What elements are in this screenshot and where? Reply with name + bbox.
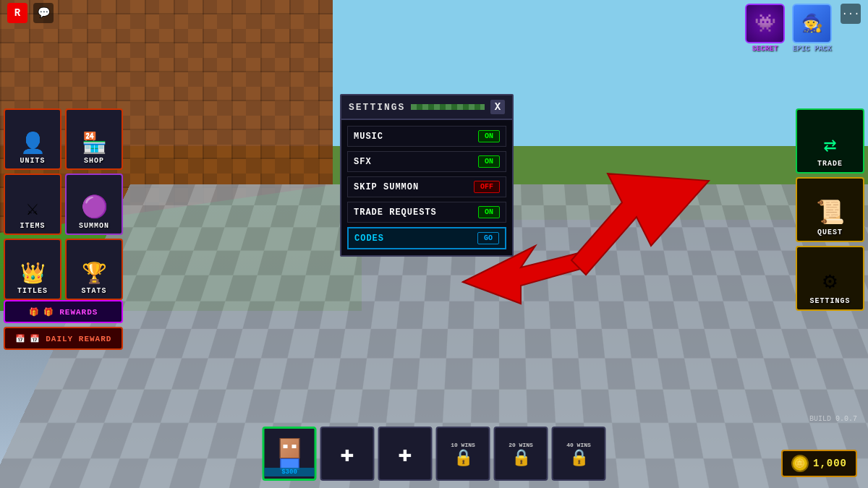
rewards-button[interactable]: 🎁 🎁 REWARDS (4, 300, 123, 323)
sidebar-item-trade[interactable]: ⇄ TRADE (796, 108, 864, 174)
settings-label: SETTINGS (809, 297, 850, 305)
settings-header: SETTINGS X (341, 95, 512, 120)
slot-10-wins: 10 WINS 🔒 (436, 427, 490, 481)
daily-icon: 📅 (15, 334, 26, 343)
music-toggle[interactable]: ON (478, 130, 500, 142)
plus-icon-1: ✚ (340, 440, 354, 468)
epic-pack[interactable]: 🧙 EPIC PACK (792, 4, 832, 53)
build-version: BUILD 0.0.7 (809, 415, 857, 423)
bottom-bar: $300 ✚ ✚ 10 WINS 🔒 20 WINS 🔒 40 WINS 🔒 (263, 427, 606, 481)
char-eye-right (292, 445, 296, 448)
settings-row-sfx: SFX ON (347, 151, 506, 172)
add-slot-1[interactable]: ✚ (320, 427, 375, 481)
music-label: MUSIC (354, 132, 383, 142)
stats-icon: 🏆 (82, 261, 107, 286)
top-bar: R 💬 ··· (0, 0, 868, 25)
char-head (279, 438, 299, 458)
skip-summon-toggle[interactable]: OFF (474, 181, 500, 193)
secret-pack[interactable]: 👾 SECRET (745, 4, 785, 53)
codes-label: CODES (354, 234, 384, 244)
roblox-icon[interactable]: R (7, 3, 27, 23)
trade-icon: ⇄ (823, 132, 836, 158)
settings-body: MUSIC ON SFX ON SKIP SUMMON OFF TRADE RE… (341, 120, 512, 255)
rewards-section: 🎁 🎁 REWARDS 📅 📅 DAILY REWARD (4, 300, 123, 350)
lock-icon-10: 🔒 (454, 448, 473, 468)
settings-icon: ⚙️ (823, 267, 837, 296)
units-icon: 👤 (20, 131, 46, 155)
coin-icon: 🪙 (791, 455, 809, 472)
sidebar-item-summon[interactable]: 🟣 SUMMON (65, 174, 123, 235)
plus-icon-2: ✚ (398, 440, 412, 468)
titles-icon: 👑 (20, 261, 46, 286)
character-slot[interactable]: $300 (263, 427, 317, 481)
settings-row-codes: CODES GO (347, 227, 506, 249)
quest-label: QUEST (817, 228, 843, 236)
char-eye-left (283, 445, 287, 448)
chat-button[interactable]: 💬 (33, 3, 54, 23)
currency-amount: 1,000 (813, 458, 847, 469)
rewards-label: 🎁 REWARDS (43, 307, 98, 317)
sidebar-item-shop[interactable]: 🏪 SHOP (65, 108, 123, 170)
secret-pack-icon: 👾 (745, 4, 785, 43)
more-options-button[interactable]: ··· (841, 4, 861, 24)
sfx-label: SFX (354, 157, 372, 167)
settings-row-music: MUSIC ON (347, 126, 506, 147)
epic-pack-label: EPIC PACK (792, 45, 831, 53)
settings-row-skip-summon: SKIP SUMMON OFF (347, 176, 506, 197)
add-slot-2[interactable]: ✚ (378, 427, 433, 481)
sidebar-item-settings[interactable]: ⚙️ SETTINGS (796, 246, 864, 311)
wins-10-label: 10 WINS (451, 442, 475, 448)
epic-pack-icon: 🧙 (792, 4, 832, 43)
daily-label: 📅 DAILY REWARD (30, 334, 112, 343)
shop-icon: 🏪 (82, 131, 107, 155)
titles-label: TITLES (17, 287, 48, 295)
char-eyes (283, 445, 296, 448)
codes-go-button[interactable]: GO (477, 232, 499, 244)
settings-row-trade-requests: TRADE REQUESTS ON (347, 202, 506, 223)
trade-label: TRADE (817, 160, 843, 168)
shop-label: SHOP (84, 157, 104, 165)
rewards-icon: 🎁 (29, 307, 40, 317)
left-sidebar: 👤 UNITS 🏪 SHOP ⚔️ ITEMS 🟣 SUMMON 👑 TITLE… (4, 108, 123, 300)
gold-currency[interactable]: 🪙 1,000 (781, 450, 857, 477)
settings-title: SETTINGS (349, 102, 405, 113)
items-icon: ⚔️ (27, 196, 39, 221)
settings-modal: SETTINGS X MUSIC ON SFX ON SKIP SUMMON O… (340, 94, 514, 257)
character-sprite (279, 438, 299, 470)
items-label: ITEMS (20, 222, 45, 230)
quest-icon: 📜 (816, 198, 845, 227)
sidebar-item-stats[interactable]: 🏆 STATS (65, 239, 123, 300)
slot-40-wins: 40 WINS 🔒 (552, 427, 606, 481)
trade-requests-toggle[interactable]: ON (478, 206, 500, 218)
lock-icon-40: 🔒 (569, 448, 589, 468)
wins-40-label: 40 WINS (566, 442, 591, 448)
wins-20-label: 20 WINS (509, 442, 533, 448)
packs-area: 👾 SECRET 🧙 EPIC PACK (745, 4, 832, 53)
currency-display: 🪙 1,000 (781, 450, 857, 477)
skip-summon-label: SKIP SUMMON (354, 182, 419, 192)
settings-decoration (411, 104, 485, 110)
secret-pack-label: SECRET (752, 45, 778, 53)
character-cost-label: $300 (265, 468, 315, 476)
sidebar-item-items[interactable]: ⚔️ ITEMS (4, 174, 61, 235)
trade-requests-label: TRADE REQUESTS (354, 207, 437, 218)
units-label: UNITS (20, 157, 45, 165)
right-sidebar: ⇄ TRADE 📜 QUEST ⚙️ SETTINGS (796, 108, 864, 311)
lock-icon-20: 🔒 (511, 448, 531, 468)
sidebar-item-titles[interactable]: 👑 TITLES (4, 239, 61, 300)
sidebar-item-units[interactable]: 👤 UNITS (4, 108, 61, 170)
summon-icon: 🟣 (81, 194, 108, 221)
sidebar-item-quest[interactable]: 📜 QUEST (796, 177, 864, 242)
stats-label: STATS (81, 287, 106, 295)
slot-20-wins: 20 WINS 🔒 (494, 427, 548, 481)
settings-close-button[interactable]: X (490, 100, 505, 114)
sfx-toggle[interactable]: ON (478, 155, 500, 168)
daily-reward-button[interactable]: 📅 📅 DAILY REWARD (4, 327, 123, 350)
summon-label: SUMMON (79, 222, 109, 230)
